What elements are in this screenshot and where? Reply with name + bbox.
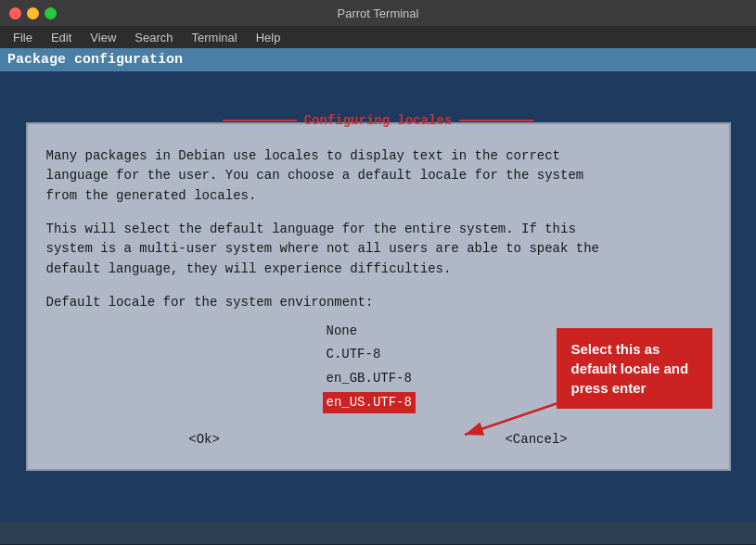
window-controls bbox=[9, 7, 57, 19]
title-bar: Parrot Terminal bbox=[0, 0, 756, 26]
menu-terminal[interactable]: Terminal bbox=[185, 29, 245, 46]
annotation-box: Select this as default locale and press … bbox=[557, 328, 712, 409]
locale-list[interactable]: None C.UTF-8 en_GB.UTF-8 en_US.UTF-8 bbox=[323, 321, 434, 414]
menu-view[interactable]: View bbox=[83, 29, 123, 46]
ok-button[interactable]: <Ok> bbox=[170, 428, 238, 450]
dialog-title-bar: Configuring locales bbox=[223, 113, 534, 128]
dialog-buttons: <Ok> <Cancel> bbox=[46, 428, 711, 450]
close-button[interactable] bbox=[9, 7, 21, 19]
menu-search[interactable]: Search bbox=[127, 29, 180, 46]
locale-enus[interactable]: en_US.UTF-8 bbox=[323, 392, 416, 414]
title-line-right bbox=[459, 120, 533, 121]
menu-bar: File Edit View Search Terminal Help bbox=[0, 26, 756, 48]
cancel-button[interactable]: <Cancel> bbox=[486, 428, 585, 450]
locale-none[interactable]: None bbox=[323, 321, 362, 343]
locale-cutf8[interactable]: C.UTF-8 bbox=[323, 344, 385, 366]
terminal-body: Configuring locales Many packages in Deb… bbox=[0, 71, 756, 522]
bottom-bar bbox=[0, 522, 756, 544]
menu-edit[interactable]: Edit bbox=[44, 29, 79, 46]
menu-help[interactable]: Help bbox=[249, 29, 288, 46]
maximize-button[interactable] bbox=[45, 7, 57, 19]
minimize-button[interactable] bbox=[27, 7, 39, 19]
dialog-title: Configuring locales bbox=[304, 113, 453, 128]
para-2: This will select the default language fo… bbox=[46, 220, 711, 280]
window-title: Parrot Terminal bbox=[338, 6, 419, 20]
menu-file[interactable]: File bbox=[6, 29, 40, 46]
package-config-bar: Package configuration bbox=[0, 48, 756, 71]
para-1: Many packages in Debian use locales to d… bbox=[46, 146, 711, 207]
locale-engb[interactable]: en_GB.UTF-8 bbox=[323, 368, 416, 390]
dialog-box: Configuring locales Many packages in Deb… bbox=[26, 122, 731, 472]
package-config-label: Package configuration bbox=[7, 52, 183, 68]
title-line-left bbox=[223, 120, 297, 121]
locale-label: Default locale for the system environmen… bbox=[46, 293, 711, 313]
